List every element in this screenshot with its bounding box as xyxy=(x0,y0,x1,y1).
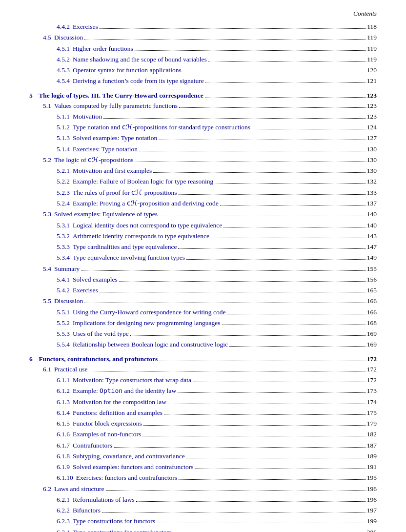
page-number: 156 xyxy=(367,274,377,285)
page-number: 197 xyxy=(367,505,377,516)
subsection-row-5.4.1: 5.4.1 Solved examples 156 xyxy=(29,274,377,285)
subsection-title: Deriving a function’s code from its type… xyxy=(73,76,204,86)
subsection-num: 5.1.3 xyxy=(57,133,70,143)
subsection-row-5.2.3: 5.2.3 The rules of proof for ᴄℋ-proposit… xyxy=(29,187,377,198)
page-number: 168 xyxy=(367,318,377,328)
subsection-title: Bifunctors xyxy=(73,505,101,516)
dot-leader xyxy=(195,469,365,469)
dot-leader xyxy=(164,414,365,415)
page-number: 173 xyxy=(367,386,377,396)
subsection-num: 4.5.4 xyxy=(57,76,70,86)
subsection-row-6.2.3: 6.2.3 Type constructions for functors 19… xyxy=(29,516,377,527)
subsection-title: Operator syntax for function application… xyxy=(73,65,182,76)
page-number: 172 xyxy=(367,375,377,386)
dot-leader xyxy=(222,325,365,325)
dot-leader xyxy=(84,303,365,303)
subsection-title: Exercises xyxy=(73,21,98,32)
section-num: 5.2 xyxy=(43,155,51,165)
subsection-row-5.3.3: 5.3.3 Type cardinalities and type equiva… xyxy=(29,242,377,252)
subsection-row-6.1.2: 6.1.2 Example: Option and the identity l… xyxy=(29,386,377,396)
dot-leader xyxy=(178,392,365,393)
subsection-title: Implications for designing new programmi… xyxy=(73,318,221,328)
subsection-row-6.1.3: 6.1.3 Motivation for the composition law… xyxy=(29,397,377,408)
dot-leader xyxy=(205,97,365,98)
subsection-num: 5.5.4 xyxy=(57,339,70,350)
subsection-num: 6.2.1 xyxy=(57,494,70,505)
subsection-title: Using the Curry-Howard correspondence fo… xyxy=(73,307,225,318)
page-number: 123 xyxy=(367,111,377,122)
subsection-title: Solved examples: functors and contrafunc… xyxy=(73,462,193,472)
chapter-num: 6 xyxy=(29,355,33,363)
subsection-row-5.2.1: 5.2.1 Motivation and first examples 130 xyxy=(29,165,377,176)
subsection-title: Type equivalence involving function type… xyxy=(73,252,185,263)
page-number: 118 xyxy=(367,21,377,32)
dot-leader xyxy=(183,72,365,72)
page-number: 123 xyxy=(367,101,377,111)
section-row-6.1: 6.1 Practical use 172 xyxy=(29,364,377,375)
subsection-num: 5.5.1 xyxy=(57,307,70,318)
section-title: Summary xyxy=(54,264,80,274)
dot-leader xyxy=(179,194,365,195)
page-number: 130 xyxy=(367,155,377,165)
page-number: 166 xyxy=(367,296,377,307)
dot-leader xyxy=(220,205,365,205)
dot-leader xyxy=(179,479,365,480)
section-num: 5.1 xyxy=(43,101,51,111)
page-number: 195 xyxy=(367,472,377,483)
subsection-title: Motivation: Type constructors that wrap … xyxy=(73,375,191,386)
subsection-title: Motivation for the composition law xyxy=(73,397,166,408)
subsection-num: 6.1.6 xyxy=(57,429,70,440)
dot-leader xyxy=(223,227,365,227)
section-row-5.2: 5.2 The logic of ᴄℋ-propositions 130 xyxy=(29,155,377,165)
subsection-num: 4.5.1 xyxy=(57,43,70,54)
subsection-num: 5.4.2 xyxy=(57,285,70,296)
toc-container: 4.4.2 Exercises 118 4.5 Discussion 119 4… xyxy=(29,21,377,532)
subsection-num: 6.1.7 xyxy=(57,440,70,451)
dot-leader xyxy=(159,216,365,216)
subsection-num: 5.1.2 xyxy=(57,122,70,133)
page-number: 137 xyxy=(367,198,377,209)
page-number: 133 xyxy=(367,187,377,198)
page-number: 175 xyxy=(367,408,377,418)
page-number: 149 xyxy=(367,252,377,263)
dot-leader xyxy=(252,129,365,129)
subsection-row-5.5.3: 5.5.3 Uses of the void type 169 xyxy=(29,328,377,339)
chapter-title: The logic of types. III. The Curry-Howar… xyxy=(36,92,203,100)
subsection-row-5.4.2: 5.4.2 Exercises 165 xyxy=(29,285,377,296)
subsection-num: 6.1.4 xyxy=(57,408,70,418)
subsection-num: 6.2.2 xyxy=(57,505,70,516)
dot-leader xyxy=(136,501,365,502)
subsection-row-6.1.8: 6.1.8 Subtyping, covariance, and contrav… xyxy=(29,451,377,462)
subsection-num: 4.5.2 xyxy=(57,54,70,65)
page-number: 121 xyxy=(367,76,377,86)
section-num: 6.2 xyxy=(43,484,51,494)
section-title: The logic of ᴄℋ-propositions xyxy=(54,155,134,165)
page-number: 182 xyxy=(367,429,377,440)
dot-leader xyxy=(103,118,365,119)
subsection-title: Arithmetic identity corresponds to type … xyxy=(73,231,209,242)
subsection-title: Example: Proving a ᴄℋ-proposition and de… xyxy=(73,198,219,209)
page-number: 166 xyxy=(367,307,377,318)
subsection-row-5.5.4: 5.5.4 Relationship between Boolean logic… xyxy=(29,339,377,350)
page-number: 119 xyxy=(367,54,377,65)
subsection-row-6.2.4: 6.2.4 Type constructions for contrafunct… xyxy=(29,527,377,532)
page-number: 130 xyxy=(367,144,377,155)
subsection-row-6.1.6: 6.1.6 Examples of non-functors 182 xyxy=(29,429,377,440)
subsection-num: 6.1.9 xyxy=(57,462,70,472)
subsection-row-5.1.1: 5.1.1 Motivation 123 xyxy=(29,111,377,122)
dot-leader xyxy=(119,281,365,282)
subsection-num: 4.4.2 xyxy=(57,21,70,32)
subsection-row-5.1.4: 5.1.4 Exercises: Type notation 130 xyxy=(29,144,377,155)
subsection-title: Exercises: Type notation xyxy=(73,144,138,155)
subsection-row-5.1.2: 5.1.2 Type notation and ᴄℋ-propositions … xyxy=(29,122,377,133)
dot-leader xyxy=(139,151,365,151)
subsection-num: 6.2.3 xyxy=(57,516,70,527)
subsection-title: The rules of proof for ᴄℋ-propositions xyxy=(73,187,177,198)
subsection-row-5.1.3: 5.1.3 Solved examples: Type notation 127 xyxy=(29,133,377,143)
page-number: 169 xyxy=(367,339,377,350)
page-number: 189 xyxy=(367,451,377,462)
dot-leader xyxy=(157,523,365,523)
subsection-row-5.5.2: 5.5.2 Implications for designing new pro… xyxy=(29,318,377,328)
page-number: 174 xyxy=(367,397,377,408)
page-number: 130 xyxy=(367,165,377,176)
